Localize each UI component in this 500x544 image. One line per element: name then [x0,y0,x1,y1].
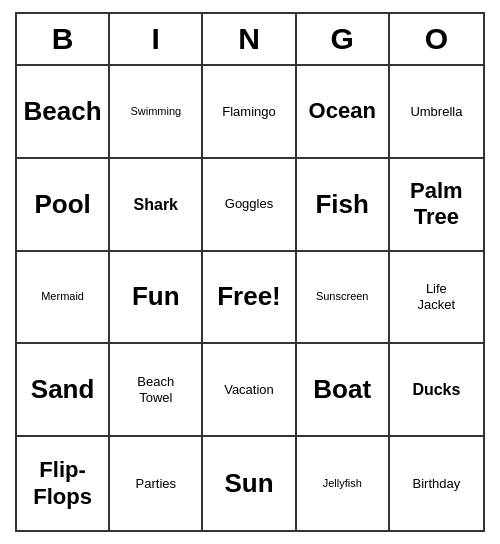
cell-text-15: Sand [31,374,95,405]
cell-text-0: Beach [24,96,102,127]
bingo-cell-6[interactable]: Shark [110,159,203,252]
bingo-grid: BeachSwimmingFlamingoOceanUmbrellaPoolSh… [17,66,483,530]
bingo-cell-20[interactable]: Flip- Flops [17,437,110,530]
cell-text-10: Mermaid [41,290,84,303]
bingo-cell-10[interactable]: Mermaid [17,252,110,345]
cell-text-23: Jellyfish [323,477,362,490]
cell-text-11: Fun [132,281,180,312]
cell-text-6: Shark [134,195,178,214]
cell-text-17: Vacation [224,382,274,398]
cell-text-7: Goggles [225,196,273,212]
header-letter-o: O [390,14,483,64]
bingo-cell-16[interactable]: Beach Towel [110,344,203,437]
cell-text-14: Life Jacket [418,281,456,312]
bingo-cell-1[interactable]: Swimming [110,66,203,159]
cell-text-20: Flip- Flops [33,457,92,510]
bingo-cell-13[interactable]: Sunscreen [297,252,390,345]
bingo-cell-2[interactable]: Flamingo [203,66,296,159]
header-letter-n: N [203,14,296,64]
cell-text-21: Parties [136,476,176,492]
bingo-cell-3[interactable]: Ocean [297,66,390,159]
bingo-cell-14[interactable]: Life Jacket [390,252,483,345]
cell-text-4: Umbrella [410,104,462,120]
bingo-card: BINGO BeachSwimmingFlamingoOceanUmbrella… [15,12,485,532]
bingo-cell-23[interactable]: Jellyfish [297,437,390,530]
bingo-cell-24[interactable]: Birthday [390,437,483,530]
bingo-cell-9[interactable]: Palm Tree [390,159,483,252]
bingo-cell-12[interactable]: Free! [203,252,296,345]
cell-text-12: Free! [217,281,281,312]
bingo-header: BINGO [17,14,483,66]
cell-text-2: Flamingo [222,104,275,120]
bingo-cell-18[interactable]: Boat [297,344,390,437]
cell-text-13: Sunscreen [316,290,369,303]
cell-text-9: Palm Tree [410,178,463,231]
cell-text-8: Fish [315,189,368,220]
cell-text-22: Sun [224,468,273,499]
header-letter-g: G [297,14,390,64]
cell-text-3: Ocean [309,98,376,124]
bingo-cell-21[interactable]: Parties [110,437,203,530]
cell-text-5: Pool [34,189,90,220]
bingo-cell-0[interactable]: Beach [17,66,110,159]
bingo-cell-4[interactable]: Umbrella [390,66,483,159]
bingo-cell-22[interactable]: Sun [203,437,296,530]
bingo-cell-19[interactable]: Ducks [390,344,483,437]
cell-text-19: Ducks [412,380,460,399]
bingo-cell-11[interactable]: Fun [110,252,203,345]
bingo-cell-7[interactable]: Goggles [203,159,296,252]
cell-text-1: Swimming [130,105,181,118]
header-letter-b: B [17,14,110,64]
header-letter-i: I [110,14,203,64]
cell-text-16: Beach Towel [137,374,174,405]
cell-text-24: Birthday [413,476,461,492]
bingo-cell-8[interactable]: Fish [297,159,390,252]
bingo-cell-5[interactable]: Pool [17,159,110,252]
bingo-cell-15[interactable]: Sand [17,344,110,437]
cell-text-18: Boat [313,374,371,405]
bingo-cell-17[interactable]: Vacation [203,344,296,437]
